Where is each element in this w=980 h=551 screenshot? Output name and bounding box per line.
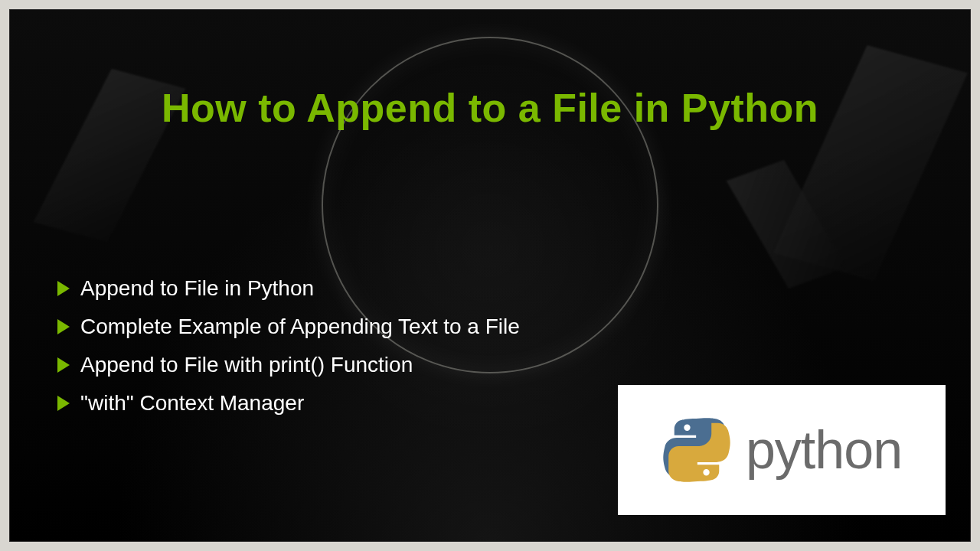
list-item: Complete Example of Appending Text to a … bbox=[57, 315, 520, 339]
slide: How to Append to a File in Python Append… bbox=[9, 9, 971, 542]
bullet-text: Append to File with print() Function bbox=[80, 353, 413, 377]
slide-title: How to Append to a File in Python bbox=[10, 85, 970, 131]
bullet-icon bbox=[57, 357, 70, 373]
bullet-text: Append to File in Python bbox=[80, 276, 314, 301]
list-item: Append to File with print() Function bbox=[57, 353, 520, 377]
python-logo-card: python bbox=[618, 385, 946, 515]
bullet-icon bbox=[57, 396, 70, 411]
list-item: "with" Context Manager bbox=[57, 391, 520, 416]
bullet-icon bbox=[57, 319, 70, 334]
list-item: Append to File in Python bbox=[57, 276, 520, 301]
bullet-list: Append to File in Python Complete Exampl… bbox=[57, 276, 520, 429]
python-wordmark: python bbox=[746, 419, 902, 481]
bullet-text: Complete Example of Appending Text to a … bbox=[80, 315, 520, 339]
bullet-text: "with" Context Manager bbox=[80, 391, 304, 416]
python-logo-icon bbox=[662, 415, 732, 485]
bullet-icon bbox=[57, 281, 70, 296]
